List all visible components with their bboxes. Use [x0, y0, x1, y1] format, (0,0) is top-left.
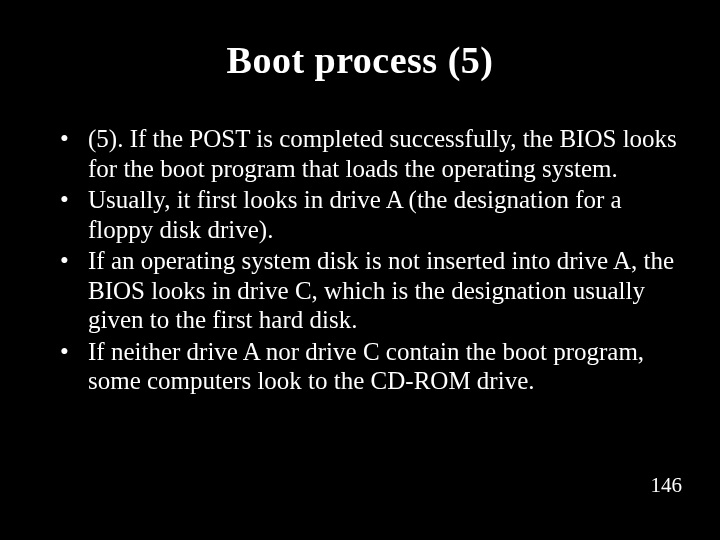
list-item: • Usually, it first looks in drive A (th… — [60, 185, 680, 244]
bullet-text: If an operating system disk is not inser… — [88, 246, 680, 335]
bullet-marker: • — [60, 337, 88, 396]
list-item: • (5). If the POST is completed successf… — [60, 124, 680, 183]
bullet-text: (5). If the POST is completed successful… — [88, 124, 680, 183]
slide-body: • (5). If the POST is completed successf… — [0, 92, 720, 396]
slide: Boot process (5) • (5). If the POST is c… — [0, 0, 720, 540]
bullet-marker: • — [60, 124, 88, 183]
bullet-marker: • — [60, 185, 88, 244]
slide-title: Boot process (5) — [0, 0, 720, 92]
bullet-marker: • — [60, 246, 88, 335]
list-item: • If neither drive A nor drive C contain… — [60, 337, 680, 396]
bullet-text: Usually, it first looks in drive A (the … — [88, 185, 680, 244]
list-item: • If an operating system disk is not ins… — [60, 246, 680, 335]
bullet-text: If neither drive A nor drive C contain t… — [88, 337, 680, 396]
page-number: 146 — [651, 473, 683, 498]
